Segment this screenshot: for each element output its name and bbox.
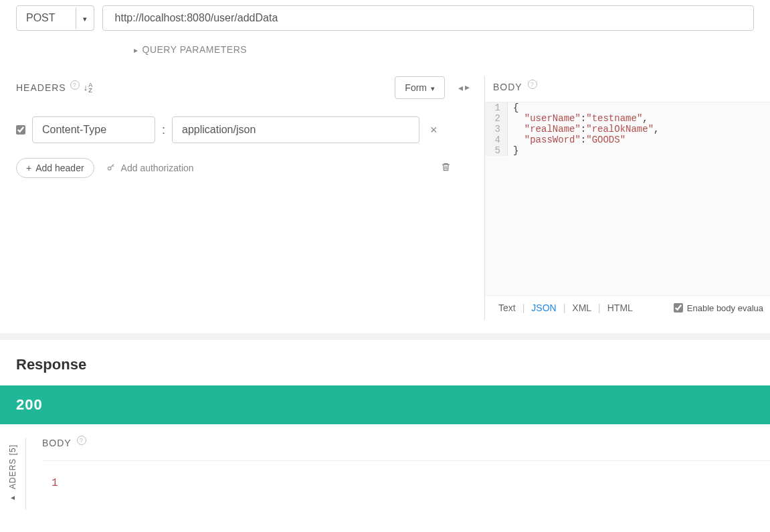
tab-xml[interactable]: XML xyxy=(568,302,595,313)
chevron-down-icon xyxy=(431,82,435,93)
header-name-input[interactable] xyxy=(32,116,155,143)
response-section: Response 200 ▸ ADERS [5] BODY ? 1 xyxy=(0,333,770,510)
body-panel: ▸ BODY ? 1{ 2 "userName":"testname", 3 "… xyxy=(484,76,770,320)
svg-point-0 xyxy=(108,167,111,170)
header-view-dropdown[interactable]: Form xyxy=(395,76,445,99)
tab-text[interactable]: Text xyxy=(494,302,520,313)
key-icon xyxy=(106,163,116,174)
response-headers-tab[interactable]: ▸ ADERS [5] xyxy=(0,438,26,510)
method-value: POST xyxy=(17,8,76,28)
url-input[interactable] xyxy=(102,5,754,31)
help-icon[interactable]: ? xyxy=(70,80,80,90)
add-header-button[interactable]: + Add header xyxy=(16,158,94,178)
trash-icon[interactable] xyxy=(441,162,451,174)
help-icon[interactable]: ? xyxy=(77,436,86,445)
tab-html[interactable]: HTML xyxy=(603,302,637,313)
headers-title: HEADERS ? ↓AZ xyxy=(16,82,93,94)
colon-separator: : xyxy=(162,123,165,137)
plus-icon: + xyxy=(26,163,31,173)
collapse-right-icon[interactable]: ▸ xyxy=(465,82,470,92)
method-selector[interactable]: POST xyxy=(16,5,94,31)
chevron-right-icon: ▸ xyxy=(8,493,17,503)
response-body-title: BODY xyxy=(42,438,72,448)
response-title: Response xyxy=(0,340,770,385)
query-params-toggle[interactable]: QUERY PARAMETERS xyxy=(134,44,754,55)
body-editor[interactable]: 1{ 2 "userName":"testname", 3 "realName"… xyxy=(485,102,770,296)
add-authorization-button[interactable]: Add authorization xyxy=(106,163,194,174)
status-banner: 200 xyxy=(0,385,770,424)
body-title: BODY xyxy=(493,82,522,92)
headers-panel: HEADERS ? ↓AZ Form ◂ : × + Add header xyxy=(16,76,484,320)
tab-json[interactable]: JSON xyxy=(527,302,560,313)
header-row: : × xyxy=(16,116,471,143)
chevron-down-icon xyxy=(83,13,87,23)
remove-header-button[interactable]: × xyxy=(430,123,438,137)
method-dropdown-button[interactable] xyxy=(76,7,94,29)
response-body-content: 1 xyxy=(42,477,770,489)
query-params-label: QUERY PARAMETERS xyxy=(142,44,248,55)
header-value-input[interactable] xyxy=(172,116,419,143)
header-enabled-checkbox[interactable] xyxy=(16,125,25,135)
help-icon[interactable]: ? xyxy=(528,80,537,89)
enable-body-eval-label: Enable body evalua xyxy=(687,303,763,313)
enable-body-eval-checkbox[interactable] xyxy=(674,303,683,313)
sort-icon[interactable]: ↓AZ xyxy=(84,82,94,94)
chevron-right-icon xyxy=(134,44,138,55)
